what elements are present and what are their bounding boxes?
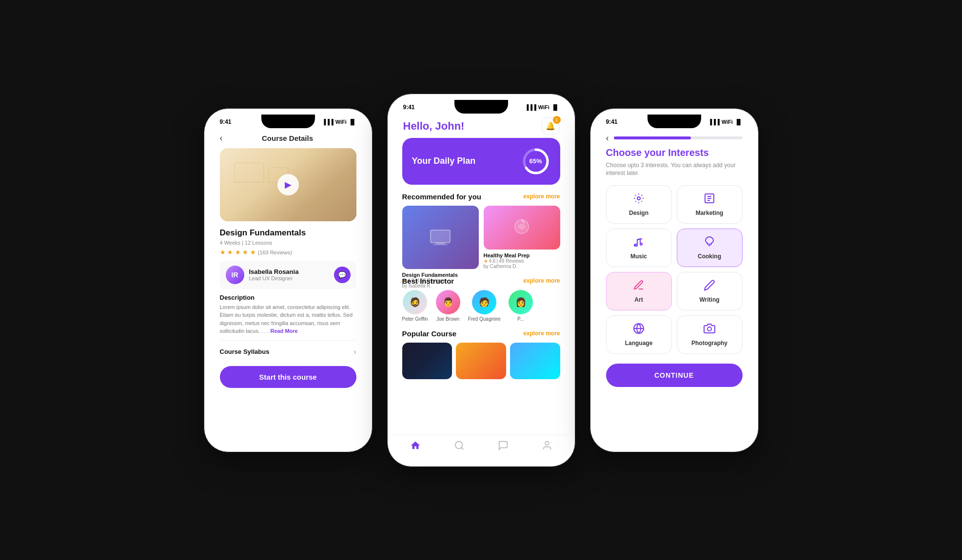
- wifi-icon-2: WiFi: [538, 104, 550, 110]
- notification-button[interactable]: 🔔 1: [542, 117, 559, 135]
- popular-course-2[interactable]: [456, 343, 506, 379]
- popular-course-3[interactable]: [510, 343, 560, 379]
- interest-cooking[interactable]: Cooking: [677, 229, 743, 267]
- svg-point-22: [640, 243, 642, 245]
- notch-2: [454, 100, 508, 114]
- instructor-1[interactable]: 🧔 Peter Griffin: [402, 290, 428, 322]
- interest-design[interactable]: Design: [606, 185, 672, 224]
- interest-music[interactable]: Music: [606, 229, 672, 267]
- back-button-3[interactable]: ‹: [606, 133, 609, 143]
- time-3: 9:41: [606, 118, 618, 125]
- p3-main-content: Choose your Interests Choose upto 3 inte…: [596, 147, 752, 397]
- instructor-4-avatar: 👩: [509, 290, 533, 314]
- photography-label: Photography: [691, 340, 727, 347]
- interest-marketing[interactable]: Marketing: [677, 185, 743, 224]
- desc-heading: Description: [220, 294, 356, 301]
- interests-subtitle: Choose upto 3 interests. You can always …: [606, 161, 743, 178]
- art-label: Art: [634, 296, 643, 303]
- instructor-3-avatar: 🧑: [472, 290, 496, 314]
- design-icon: [633, 193, 645, 207]
- instructor-4[interactable]: 👩 P...: [509, 290, 533, 322]
- explore-popular-link[interactable]: explore more: [523, 330, 560, 337]
- art-icon: [633, 279, 645, 293]
- interest-photography[interactable]: Photography: [677, 315, 743, 354]
- instructor-avatar: IR: [226, 266, 244, 284]
- instructor-role: Lead UX Designer: [249, 275, 299, 281]
- interest-writing[interactable]: Writing: [677, 272, 743, 310]
- explore-instructor-link[interactable]: explore more: [523, 277, 560, 284]
- start-course-button[interactable]: Start this course: [220, 366, 356, 388]
- nav-profile[interactable]: [525, 440, 569, 451]
- p3-nav-header: ‹: [596, 127, 752, 147]
- daily-plan-card[interactable]: Your Daily Plan 65%: [402, 138, 560, 185]
- course-thumbnail[interactable]: ▶: [220, 148, 356, 221]
- explore-recommended-link[interactable]: explore more: [523, 193, 560, 200]
- signal-icon: ▐▐▐: [322, 119, 333, 125]
- recommended-grid: Design Fundamentals ★ 4.8 | 169 Reviews …: [402, 206, 560, 269]
- desc-body: Lorem ipsum dolor sit amet, consectetur …: [220, 303, 356, 335]
- svg-rect-0: [235, 163, 264, 182]
- p2-main-content: Your Daily Plan 65% Recommended for you …: [393, 138, 569, 387]
- svg-point-21: [635, 244, 637, 246]
- svg-point-27: [707, 327, 711, 331]
- syllabus-label: Course Syllabus: [220, 348, 270, 355]
- time-2: 9:41: [403, 104, 415, 111]
- music-icon: [633, 236, 645, 250]
- progress-bar-container: [614, 136, 743, 139]
- battery-icon-2: ▐▌: [551, 104, 559, 110]
- cooking-icon: [704, 236, 715, 250]
- progress-ring: 65%: [521, 147, 550, 176]
- message-button[interactable]: 💬: [334, 267, 351, 283]
- rec-card-2[interactable]: Healthy Meal Prep ★ 4.6 | 49 Reviews by …: [484, 206, 560, 269]
- p1-main-content: ▶ Design Fundamentals 4 Weeks | 12 Lesso…: [210, 148, 366, 398]
- bottom-navigation: [393, 435, 569, 461]
- sep2: |: [496, 258, 498, 264]
- page-title-1: Course Details: [228, 134, 356, 142]
- review-count: (169 Reviews): [258, 250, 292, 255]
- best-instructor-title: Best Instructor: [402, 277, 454, 285]
- popular-course-1[interactable]: [402, 343, 452, 379]
- user-name: John!: [435, 120, 465, 132]
- course-rating: ★ ★ ★ ★ ★ (169 Reviews): [220, 249, 356, 256]
- play-button[interactable]: ▶: [277, 174, 299, 195]
- instructor-3[interactable]: 🧑 Fred Quagmire: [468, 290, 501, 322]
- marketing-icon: [704, 193, 715, 207]
- design-label: Design: [629, 210, 648, 216]
- continue-button[interactable]: CONTINUE: [606, 364, 743, 387]
- nav-messages[interactable]: [481, 440, 525, 451]
- greeting-text: Hello, John!: [403, 120, 465, 132]
- svg-point-12: [455, 441, 462, 448]
- language-label: Language: [625, 340, 653, 347]
- instructor-2[interactable]: 👨 Joe Brown: [436, 290, 460, 322]
- interest-art[interactable]: Art: [606, 272, 672, 310]
- p2-nav-header: Hello, John! 🔔 1: [393, 113, 569, 138]
- course2-author: by Catherina D.: [484, 264, 560, 269]
- popular-title: Popular Course: [402, 329, 457, 338]
- time-1: 9:41: [220, 118, 232, 125]
- course-meta: 4 Weeks | 12 Lessons: [220, 240, 356, 246]
- read-more-link[interactable]: Read More: [270, 328, 297, 334]
- photography-icon: [704, 323, 715, 337]
- interest-language[interactable]: Language: [606, 315, 672, 354]
- nav-home[interactable]: [393, 440, 437, 451]
- svg-line-13: [461, 447, 463, 449]
- chevron-right-icon: ›: [353, 348, 356, 356]
- back-button[interactable]: ‹: [220, 133, 223, 143]
- instructors-row: 🧔 Peter Griffin 👨 Joe Brown 🧑: [402, 290, 560, 322]
- course2-name: Healthy Meal Prep: [484, 252, 560, 258]
- popular-grid: [402, 343, 560, 379]
- instructor-2-avatar: 👨: [436, 290, 460, 314]
- svg-rect-8: [433, 244, 448, 245]
- status-icons-3: ▐▐▐ WiFi ▐▌: [708, 119, 742, 125]
- instructor-1-avatar: 🧔: [403, 290, 427, 314]
- interests-page-title: Choose your Interests: [606, 147, 743, 158]
- syllabus-row[interactable]: Course Syllabus ›: [220, 340, 356, 363]
- progress-label: 65%: [521, 147, 550, 176]
- marketing-label: Marketing: [696, 210, 724, 216]
- rec-card-1[interactable]: Design Fundamentals ★ 4.8 | 169 Reviews …: [402, 206, 479, 269]
- wifi-icon: WiFi: [335, 119, 347, 125]
- cooking-label: Cooking: [698, 253, 721, 260]
- nav-search[interactable]: [437, 440, 481, 451]
- course2-rating: ★ 4.6 | 49 Reviews: [484, 258, 560, 264]
- greeting-block: Hello, John!: [403, 120, 465, 133]
